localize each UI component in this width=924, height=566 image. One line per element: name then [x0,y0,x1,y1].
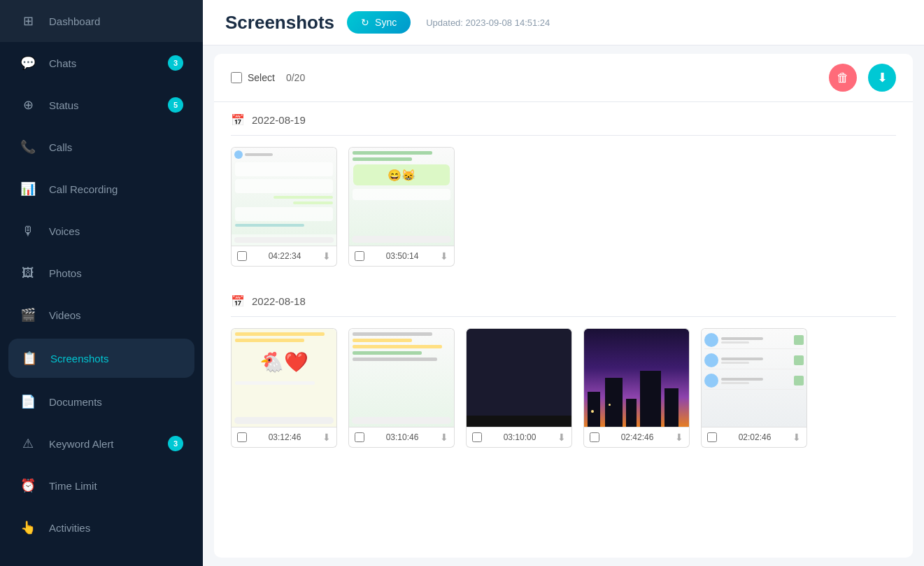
screenshot-thumbnail[interactable] [466,328,572,427]
sidebar-label-calls: Calls [49,141,183,153]
screenshot-download-icon[interactable]: ⬇ [792,432,801,443]
screenshot-card: 😄😸 03:50:14⬇ [348,147,455,267]
screenshot-thumbnail[interactable]: 😄😸 [348,147,455,246]
sidebar-label-keyword-alert: Keyword Alert [49,438,155,450]
screenshot-card: 04:22:34⬇ [231,147,337,267]
screenshot-thumbnail[interactable]: 🐔❤️ [231,328,337,427]
sidebar-item-keyword-alert[interactable]: ⚠Keyword Alert3 [0,423,203,465]
date-label: 2022-08-19 [252,114,306,126]
calendar-icon: 📅 [231,113,245,127]
section-2022-08-18: 📅2022-08-18 🐔❤️ 03:12:46⬇ 03:10:46⬇ 03:1… [214,283,913,465]
page-title: Screenshots [225,12,334,34]
screenshot-thumbnail[interactable] [583,328,690,427]
sidebar-item-call-recording[interactable]: 📊Call Recording [0,168,203,210]
screenshot-checkbox[interactable] [355,432,364,442]
screenshot-grid: 🐔❤️ 03:12:46⬇ 03:10:46⬇ 03:10:00⬇ [231,317,896,465]
screenshots-icon: 📋 [21,350,38,367]
sidebar-item-calls[interactable]: 📞Calls [0,126,203,168]
delete-button[interactable]: 🗑 [829,64,857,92]
sidebar-label-voices: Voices [49,225,183,237]
sidebar-label-activities: Activities [49,522,183,534]
screenshot-checkbox[interactable] [707,432,717,442]
screenshot-checkbox[interactable] [237,251,247,261]
screenshot-checkbox[interactable] [355,251,364,261]
screenshot-card: 02:02:46⬇ [701,328,807,448]
select-all-checkbox[interactable] [231,72,242,83]
sidebar-item-time-limit[interactable]: ⏰Time Limit [0,465,203,507]
sidebar-label-call-recording: Call Recording [49,183,183,195]
main-content: Screenshots ↻ Sync Updated: 2023-09-08 1… [203,0,924,566]
sidebar-item-screenshots[interactable]: 📋Screenshots [8,339,194,378]
time-limit-icon: ⏰ [20,477,36,494]
screenshot-time: 02:42:46 [621,432,654,442]
chats-icon: 💬 [20,55,36,71]
videos-icon: 🎬 [20,306,36,323]
badge-keyword-alert: 3 [168,436,183,451]
screenshot-time: 04:22:34 [269,251,301,261]
screenshot-time: 03:50:14 [386,251,419,261]
sidebar-label-status: Status [49,99,155,111]
sidebar-label-videos: Videos [49,309,183,321]
calendar-icon: 📅 [231,295,245,308]
sidebar-item-documents[interactable]: 📄Documents [0,381,203,423]
sidebar-item-photos[interactable]: 🖼Photos [0,252,203,294]
voices-icon: 🎙 [20,222,36,239]
screenshot-footer: 03:12:46⬇ [231,427,337,448]
screenshot-footer: 02:02:46⬇ [701,427,807,448]
documents-icon: 📄 [20,393,36,410]
screenshot-footer: 04:22:34⬇ [231,246,337,267]
screenshot-download-icon[interactable]: ⬇ [322,250,331,262]
screenshot-checkbox[interactable] [590,432,599,442]
screenshot-download-icon[interactable]: ⬇ [557,432,566,443]
sidebar-item-videos[interactable]: 🎬Videos [0,294,203,336]
sidebar-label-documents: Documents [49,396,183,408]
screenshot-checkbox[interactable] [472,432,482,442]
screenshot-time: 03:10:46 [386,432,419,442]
sidebar-item-chats[interactable]: 💬Chats3 [0,42,203,84]
date-header: 📅2022-08-18 [231,283,896,317]
section-2022-08-19: 📅2022-08-19 04:22:34⬇ 😄😸 [214,102,913,283]
screenshot-thumbnail[interactable] [231,147,337,246]
call-recording-icon: 📊 [20,181,36,197]
screenshot-card: 03:10:46⬇ [348,328,455,448]
screenshot-footer: 03:10:46⬇ [348,427,455,448]
photos-icon: 🖼 [20,264,36,281]
sections-container: 📅2022-08-19 04:22:34⬇ 😄😸 [214,102,913,465]
updated-timestamp: Updated: 2023-09-08 14:51:24 [426,17,550,28]
status-icon: ⊕ [20,97,36,113]
screenshot-checkbox[interactable] [237,432,247,442]
date-header: 📅2022-08-19 [231,102,896,136]
delete-icon: 🗑 [837,71,849,85]
badge-status: 5 [168,97,183,113]
screenshot-download-icon[interactable]: ⬇ [440,432,448,443]
sync-icon: ↻ [361,17,369,28]
screenshot-footer: 03:50:14⬇ [348,246,455,267]
sidebar-item-activities[interactable]: 👆Activities [0,507,203,549]
sidebar: ⊞Dashboard💬Chats3⊕Status5📞Calls📊Call Rec… [0,0,203,566]
sidebar-label-dashboard: Dashboard [49,15,183,27]
content-area: Select 0/20 🗑 ⬇ 📅2022-08-19 [214,54,913,558]
screenshot-download-icon[interactable]: ⬇ [322,432,331,443]
screenshot-thumbnail[interactable] [701,328,807,427]
date-label: 2022-08-18 [252,295,306,307]
sidebar-item-voices[interactable]: 🎙Voices [0,210,203,252]
screenshot-time: 03:10:00 [504,432,536,442]
keyword-alert-icon: ⚠ [20,435,36,452]
sidebar-item-status[interactable]: ⊕Status5 [0,84,203,126]
select-label[interactable]: Select [231,72,275,83]
screenshot-download-icon[interactable]: ⬇ [440,250,448,262]
toolbar: Select 0/20 🗑 ⬇ [214,54,913,102]
screenshot-download-icon[interactable]: ⬇ [675,432,683,443]
download-icon: ⬇ [877,70,888,85]
sidebar-item-dashboard[interactable]: ⊞Dashboard [0,0,203,42]
screenshot-grid: 04:22:34⬇ 😄😸 03:50:14⬇ [231,136,896,283]
screenshot-card: 03:10:00⬇ [466,328,572,448]
screenshot-footer: 02:42:46⬇ [583,427,690,448]
sync-button[interactable]: ↻ Sync [347,11,411,34]
download-button[interactable]: ⬇ [868,64,896,92]
dashboard-icon: ⊞ [20,13,36,29]
screenshot-thumbnail[interactable] [348,328,455,427]
sidebar-label-time-limit: Time Limit [49,480,183,492]
screenshot-card: 🐔❤️ 03:12:46⬇ [231,328,337,448]
select-count: 0/20 [286,72,305,83]
